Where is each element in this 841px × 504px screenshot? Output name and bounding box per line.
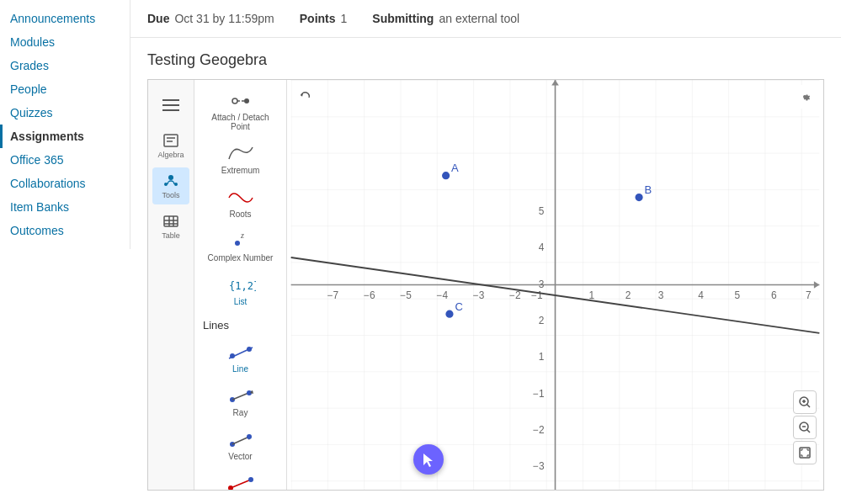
points-value: 1: [341, 12, 348, 25]
list-tool[interactable]: {1,2} List: [198, 268, 283, 311]
svg-line-28: [232, 437, 249, 444]
algebra-button[interactable]: Algebra: [152, 127, 189, 164]
segment-icon: [226, 472, 256, 490]
svg-text:{1,2}: {1,2}: [229, 280, 256, 292]
svg-text:1: 1: [539, 351, 545, 363]
svg-text:1: 1: [588, 289, 594, 301]
svg-text:−5: −5: [400, 289, 412, 301]
svg-point-30: [247, 434, 252, 439]
svg-rect-9: [164, 216, 178, 226]
attach-label: Attach / Detach Point: [201, 113, 279, 131]
submitting: Submitting an external tool: [372, 12, 519, 25]
point-c[interactable]: [445, 310, 455, 319]
ray-tool[interactable]: Ray: [198, 379, 283, 422]
assignment-header: Due Oct 31 by 11:59pm Points 1 Submittin…: [130, 0, 841, 38]
svg-text:2: 2: [539, 315, 545, 326]
ray-label: Ray: [233, 408, 248, 417]
svg-point-7: [164, 183, 168, 186]
extremum-tool[interactable]: Extremum: [198, 137, 283, 180]
graph-toolbar-left: [294, 85, 317, 109]
svg-point-14: [232, 98, 237, 103]
undo-button[interactable]: [294, 85, 317, 109]
content-area: Testing Geogebra Algebra: [130, 38, 841, 504]
sidebar-item-grades[interactable]: Grades: [0, 54, 130, 77]
sidebar-item-office365[interactable]: Office 365: [0, 148, 130, 172]
svg-text:z: z: [240, 231, 244, 240]
graph-toolbar-right: [793, 85, 817, 109]
vector-label: Vector: [228, 452, 252, 461]
line-tool[interactable]: Line: [198, 336, 283, 379]
complex-number-tool[interactable]: z Complex Number: [198, 225, 283, 268]
main-content: Due Oct 31 by 11:59pm Points 1 Submittin…: [130, 0, 841, 504]
attach-detach-tool[interactable]: Attach / Detach Point: [198, 84, 283, 136]
sidebar: Announcements Modules Grades People Quiz…: [0, 0, 130, 504]
svg-rect-0: [162, 99, 179, 101]
tools-label: Tools: [162, 191, 179, 199]
roots-tool[interactable]: Roots: [198, 181, 283, 224]
due-label: Due: [147, 12, 169, 25]
sidebar-item-collaborations[interactable]: Collaborations: [0, 172, 130, 195]
list-icon: {1,2}: [226, 273, 256, 297]
svg-text:−1: −1: [533, 388, 545, 400]
sidebar-item-announcements[interactable]: Announcements: [0, 7, 130, 30]
zoom-in-button[interactable]: [793, 390, 817, 414]
graph-svg: −7 −6 −5 −4 −3 −2 −1 1 2 3 4 5 6 7 5 4: [287, 80, 823, 490]
roots-icon: [226, 186, 256, 210]
points-label: Points: [300, 12, 336, 25]
cursor-tool-button[interactable]: [413, 444, 444, 475]
point-b[interactable]: [635, 193, 644, 202]
svg-text:7: 7: [806, 289, 812, 301]
extremum-label: Extremum: [221, 166, 260, 175]
vector-tool[interactable]: Vector: [198, 423, 283, 466]
list-label: List: [234, 297, 248, 306]
fit-screen-button[interactable]: [793, 441, 817, 464]
sidebar-item-outcomes[interactable]: Outcomes: [0, 219, 130, 242]
svg-text:B: B: [645, 183, 652, 196]
svg-text:−2: −2: [533, 424, 545, 436]
svg-text:−7: −7: [327, 289, 339, 301]
segment-tool[interactable]: Segment: [198, 467, 283, 490]
table-button[interactable]: Table: [152, 208, 189, 245]
svg-rect-2: [162, 109, 179, 111]
settings-button[interactable]: [793, 85, 817, 109]
geogebra-container: Algebra Tools: [147, 79, 824, 491]
svg-point-17: [235, 241, 240, 246]
svg-point-22: [247, 347, 252, 352]
svg-text:3: 3: [539, 279, 545, 290]
svg-text:−6: −6: [364, 289, 375, 301]
page-title: Testing Geogebra: [147, 51, 824, 69]
svg-point-16: [244, 98, 249, 103]
attach-icon: [226, 89, 256, 113]
sidebar-item-assignments[interactable]: Assignments: [0, 125, 130, 148]
svg-text:6: 6: [771, 289, 777, 301]
svg-point-6: [168, 175, 173, 180]
sidebar-item-item-banks[interactable]: Item Banks: [0, 195, 130, 219]
graph-area[interactable]: −7 −6 −5 −4 −3 −2 −1 1 2 3 4 5 6 7 5 4: [287, 80, 823, 490]
svg-text:−4: −4: [437, 289, 449, 301]
ray-icon: [226, 385, 256, 408]
svg-line-32: [231, 480, 251, 488]
zoom-out-button[interactable]: [793, 416, 817, 439]
sidebar-item-modules[interactable]: Modules: [0, 30, 130, 54]
sidebar-item-quizzes[interactable]: Quizzes: [0, 101, 130, 125]
submitting-value: an external tool: [439, 12, 519, 25]
left-toolbar: Algebra Tools: [148, 80, 194, 490]
svg-point-8: [174, 183, 178, 186]
tools-panel: Attach / Detach Point Extremum: [194, 80, 287, 490]
svg-text:3: 3: [658, 289, 664, 301]
complex-icon: z: [226, 230, 256, 253]
svg-text:5: 5: [539, 205, 545, 217]
svg-rect-3: [164, 135, 178, 146]
complex-label: Complex Number: [208, 253, 274, 263]
svg-text:A: A: [451, 162, 459, 174]
svg-line-72: [807, 430, 811, 433]
sidebar-item-people[interactable]: People: [0, 77, 130, 101]
point-a[interactable]: [441, 171, 450, 180]
vector-icon: [226, 428, 256, 452]
svg-text:−3: −3: [473, 289, 485, 301]
line-icon: [226, 341, 256, 364]
tools-button[interactable]: Tools: [152, 167, 189, 204]
svg-text:2: 2: [625, 289, 631, 301]
due-date: Due Oct 31 by 11:59pm: [147, 12, 274, 25]
menu-button[interactable]: [152, 87, 189, 124]
